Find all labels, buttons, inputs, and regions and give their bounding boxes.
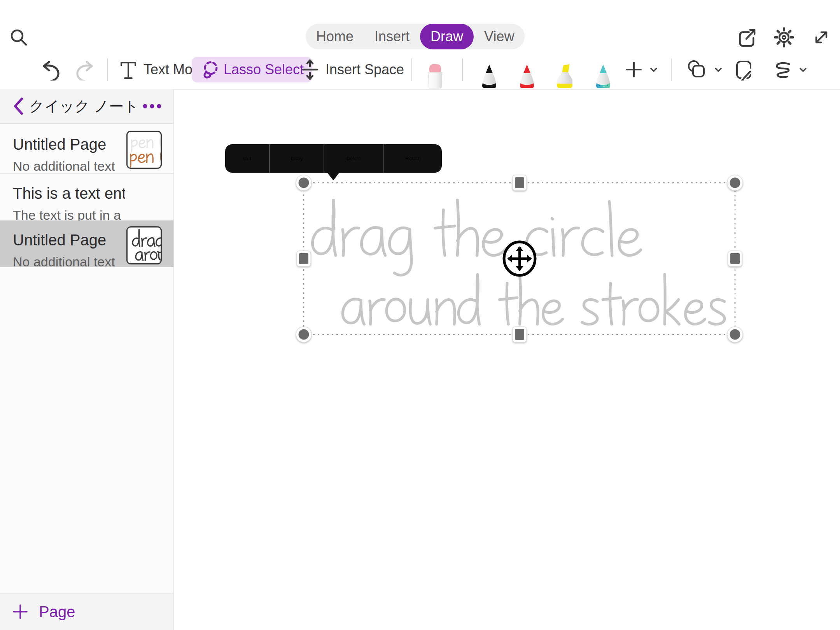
- settings-button[interactable]: [773, 26, 795, 48]
- redo-icon: [75, 59, 97, 80]
- page-title: Untitled Page: [13, 231, 125, 249]
- shapes-button[interactable]: [686, 59, 723, 80]
- plus-icon: [625, 60, 643, 79]
- fullscreen-button[interactable]: [811, 27, 831, 47]
- pen-teal-galaxy-tool[interactable]: [592, 64, 614, 89]
- insert-space-icon: [300, 59, 320, 80]
- shapes-icon: [686, 59, 708, 80]
- squiggle-icon: [772, 59, 793, 80]
- selection-handle-right[interactable]: [728, 251, 742, 266]
- eraser-icon: [424, 63, 446, 89]
- selection-handle-top-left[interactable]: [296, 175, 312, 191]
- tab-home[interactable]: Home: [306, 24, 364, 49]
- page-title: This is a text entered in...: [13, 185, 125, 202]
- top-actions: [736, 26, 831, 48]
- selection-handle-left[interactable]: [297, 251, 311, 266]
- page-sidebar: クイック ノート Untitled Page No additional tex…: [0, 89, 174, 630]
- chevron-down-icon: [713, 65, 723, 75]
- undo-button[interactable]: [38, 59, 60, 80]
- pen-red-tool[interactable]: [516, 64, 538, 89]
- page-item[interactable]: This is a text entered in... The text is…: [0, 174, 173, 220]
- black-pen-icon: [478, 64, 500, 89]
- ribbon-tab-bar: Home Insert Draw View: [306, 24, 525, 49]
- insert-space-button[interactable]: Insert Space: [300, 59, 404, 80]
- move-handle[interactable]: [504, 242, 535, 275]
- chevron-left-icon: [10, 95, 27, 117]
- sidebar-header: クイック ノート: [0, 89, 173, 124]
- draw-toolbar: Text Mode Lasso Select Insert Space: [0, 50, 840, 90]
- menu-copy[interactable]: Copy: [269, 144, 324, 173]
- page-subtitle: No additional text: [13, 254, 125, 270]
- add-page-label: Page: [39, 603, 75, 621]
- tab-draw[interactable]: Draw: [420, 24, 474, 49]
- more-button[interactable]: [141, 102, 163, 111]
- eraser-tool[interactable]: [424, 63, 446, 89]
- expand-arrows-icon: [811, 27, 831, 47]
- page-list: Untitled Page No additional text This is…: [0, 125, 173, 267]
- share-button[interactable]: [736, 27, 757, 48]
- selection-handle-bottom[interactable]: [513, 327, 527, 342]
- context-menu-pointer: [327, 172, 340, 180]
- selection-handle-top-right[interactable]: [727, 175, 743, 191]
- lasso-icon: [200, 60, 220, 80]
- teal-pen-icon: [592, 64, 614, 89]
- plus-icon: [12, 603, 29, 620]
- sidebar-footer: Page: [0, 593, 173, 630]
- page-thumbnail: [126, 226, 162, 264]
- page-thumbnail: [126, 131, 162, 169]
- gear-icon: [773, 26, 795, 48]
- undo-icon: [38, 59, 60, 80]
- tab-insert[interactable]: Insert: [364, 24, 420, 49]
- top-bar: Home Insert Draw View: [0, 0, 840, 50]
- yellow-highlighter-icon: [554, 64, 576, 89]
- page-item[interactable]: Untitled Page No additional text: [0, 125, 173, 174]
- menu-rotate[interactable]: Rotate: [383, 144, 442, 173]
- chevron-down-icon: [798, 65, 808, 75]
- pen-black-tool[interactable]: [478, 64, 500, 89]
- drawing-canvas[interactable]: Cut Copy Delete Rotate: [175, 90, 840, 630]
- selection-context-menu: Cut Copy Delete Rotate: [225, 144, 442, 173]
- add-pen-button[interactable]: [625, 60, 659, 79]
- page-item-selected[interactable]: Untitled Page No additional text: [0, 220, 173, 267]
- page-title: Untitled Page: [13, 136, 125, 153]
- menu-cut[interactable]: Cut: [225, 144, 269, 173]
- page-subtitle: No additional text: [13, 159, 125, 174]
- back-button[interactable]: [10, 95, 27, 117]
- red-pen-icon: [516, 64, 538, 89]
- toolbar-divider: [107, 58, 108, 81]
- toolbar-divider: [462, 58, 463, 81]
- search-button[interactable]: [9, 27, 29, 47]
- note-pen-icon: [733, 59, 755, 80]
- ink-squiggle-button[interactable]: [772, 59, 808, 80]
- notebook-title: クイック ノート: [27, 96, 141, 116]
- selection-handle-top[interactable]: [513, 175, 527, 191]
- tab-view[interactable]: View: [474, 24, 525, 49]
- sticky-note-button[interactable]: [733, 59, 755, 80]
- chevron-down-icon: [649, 65, 659, 75]
- menu-delete[interactable]: Delete: [324, 144, 383, 173]
- toolbar-divider: [671, 58, 672, 81]
- selection-handle-bottom-right[interactable]: [727, 327, 743, 342]
- lasso-select-label: Lasso Select: [224, 61, 304, 78]
- search-icon: [9, 27, 29, 47]
- toolbar-divider: [411, 58, 412, 81]
- lasso-select-button[interactable]: Lasso Select: [192, 57, 312, 82]
- add-page-button[interactable]: Page: [12, 603, 75, 621]
- highlighter-yellow-tool[interactable]: [554, 64, 576, 89]
- text-mode-icon: [119, 59, 138, 80]
- redo-button[interactable]: [75, 59, 97, 80]
- share-icon: [736, 27, 757, 48]
- selection-handle-bottom-left[interactable]: [296, 327, 312, 342]
- ellipsis-icon: [141, 102, 163, 111]
- insert-space-label: Insert Space: [326, 61, 404, 78]
